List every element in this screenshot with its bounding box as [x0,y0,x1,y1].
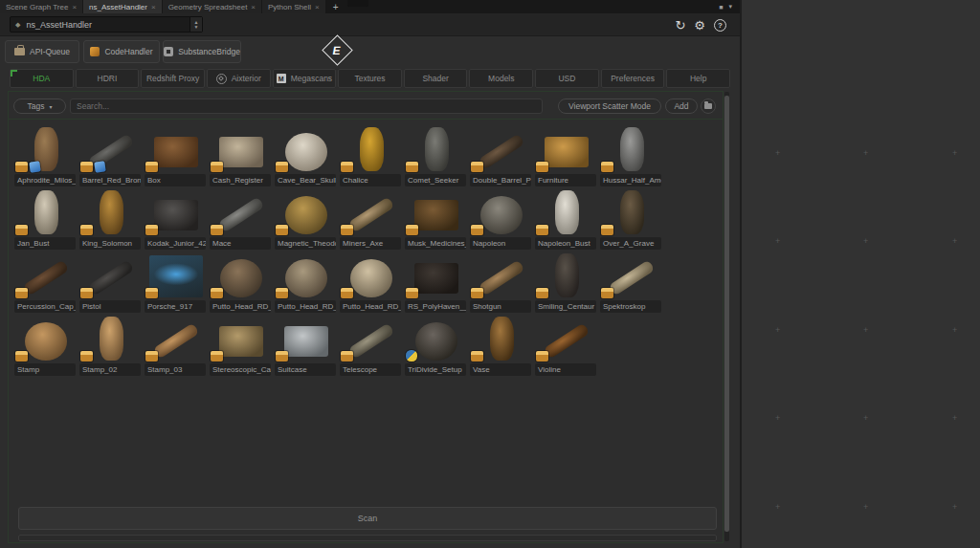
refresh-icon[interactable]: ↻ [675,19,685,32]
asset-thumbnail-image [608,259,655,296]
tags-dropdown[interactable]: Tags ▾ [13,99,66,114]
scrollbar-thumb[interactable] [724,96,729,532]
tab-hdri[interactable]: HDRI [76,69,140,88]
spinner-down-icon[interactable]: ▼ [194,25,199,30]
asset-badges [536,288,548,298]
pane-menu-icon[interactable]: ▾ [728,3,732,11]
close-icon[interactable]: × [151,3,156,11]
asset-item[interactable]: Stamp [14,315,78,376]
add-button[interactable]: Add [665,99,698,114]
substancebridge-button[interactable]: SubstanceBridge [163,40,241,63]
asset-item[interactable]: Suitcase [275,315,338,376]
asset-item[interactable]: King_Solomon [79,188,143,250]
asset-item[interactable]: Percussion_Cap_Pi [14,252,78,313]
pane-tab-ns-assethandler[interactable]: ns_AssetHandler× [83,0,162,13]
pane-tabbar: Scene Graph Tree×ns_AssetHandler×Geometr… [0,0,740,13]
tab-label: Aixterior [232,74,261,83]
hda-badge-icon [145,288,158,298]
asset-item[interactable]: Comet_Seeker [405,125,468,186]
asset-item[interactable]: Violine [535,315,598,376]
tab-aixterior[interactable]: Aixterior [207,69,271,88]
library-folder-button[interactable] [701,99,716,114]
tab-usd[interactable]: USD [535,69,599,88]
hda-badge-icon [471,288,483,298]
tab-preferences[interactable]: Preferences [601,69,665,88]
asset-item[interactable]: Vase [470,315,533,376]
asset-item[interactable]: Mace [210,188,273,250]
hda-badge-icon [15,288,28,298]
close-icon[interactable]: × [72,3,77,11]
tab-textures[interactable]: Textures [338,69,402,88]
tab-label: Redshift Proxy [146,74,199,83]
help-icon[interactable]: ? [714,19,726,32]
pane-tab-geometry-spreadsheet[interactable]: Geometry Spreadsheet× [163,0,261,13]
asset-item[interactable]: Magnetic_Theodolit [275,188,338,250]
asset-item[interactable]: Smiling_Centaur [535,252,598,313]
asset-item[interactable]: Cave_Bear_Skull [275,125,338,186]
hda-badge-icon [406,162,418,172]
asset-thumbnail-image [100,190,123,234]
api-queue-button[interactable]: API-Queue [5,40,79,63]
tab-help[interactable]: Help [666,69,730,88]
asset-item[interactable]: Musk_Medicines_P [405,188,468,250]
asset-item[interactable]: Double_Barrel_Pist [470,125,533,186]
asset-item[interactable]: Box [145,125,208,186]
gear-icon[interactable]: ⚙ [694,19,705,32]
asset-item[interactable]: Miners_Axe [340,188,403,250]
tab-models[interactable]: Models [469,69,533,88]
asset-item[interactable]: Over_A_Grave [600,188,663,250]
asset-item[interactable]: Shotgun [470,252,533,313]
asset-item[interactable]: Kodak_Junior_4201 [145,188,208,250]
hda-badge-icon [341,288,353,298]
asset-item[interactable]: Stereoscopic_Cam [210,315,273,376]
asset-item[interactable]: Porsche_917 [145,252,208,313]
asset-item[interactable]: Furniture [535,125,598,186]
asset-thumbnail-image [152,322,199,359]
asset-item[interactable]: Chalice [340,125,403,186]
asset-item[interactable]: Napoleon_Bust [535,188,598,250]
asset-label: Stamp [14,363,76,376]
scan-button[interactable]: Scan [18,507,717,530]
aixterior-logo-icon [216,74,227,84]
asset-item[interactable]: TriDivide_Setup [405,315,468,376]
hda-badge-icon [406,288,418,298]
asset-item[interactable]: Pistol [79,252,143,313]
asset-thumbnail-image [154,137,198,167]
asset-item[interactable]: Hussar_Half_Amor [600,125,663,186]
tab-redshift-proxy[interactable]: Redshift Proxy [141,69,205,88]
asset-item[interactable]: Putto_Head_RD_03 [340,252,403,313]
asset-thumbnail-image [25,322,67,361]
tab-label: Models [488,74,514,83]
asset-label: Double_Barrel_Pist [470,174,531,186]
tab-megascans[interactable]: MMegascans [273,69,337,88]
node-spinner[interactable]: ▲ ▼ [189,17,202,32]
new-pane-tab-button[interactable]: + [326,0,345,13]
pane-tab-python-shell[interactable]: Python Shell× [262,0,325,13]
node-path-selector[interactable]: ◆ ns_AssetHandler ▲ ▼ [10,16,203,33]
logo-letter: E [332,44,342,55]
asset-item[interactable]: Stamp_02 [79,315,143,376]
close-icon[interactable]: × [251,3,256,11]
tab-shader[interactable]: Shader [404,69,468,88]
asset-item[interactable]: Barrel_Red_Bronze [79,125,143,186]
maximize-pane-icon[interactable]: ■ [719,4,723,11]
asset-item[interactable]: Putto_Head_RD_01 [210,252,273,313]
asset-item[interactable]: Putto_Head_RD_02 [275,252,338,313]
asset-item[interactable]: RS_PolyHaven__C [405,252,468,313]
viewport-scatter-mode-button[interactable]: Viewport Scatter Mode [558,99,661,114]
asset-item[interactable]: Stamp_03 [145,315,208,376]
asset-item[interactable]: Cash_Register [210,125,273,186]
asset-item[interactable]: Spektroskop [600,252,663,313]
asset-item[interactable]: Telescope [340,315,403,376]
material-badge-icon [94,161,105,172]
asset-label: Furniture [535,174,596,186]
asset-item[interactable]: Aphrodite_Milos_R [14,125,78,186]
tab-hda[interactable]: HDA [10,69,74,88]
search-input[interactable] [70,99,543,114]
asset-item[interactable]: Napoleon [470,188,533,250]
close-icon[interactable]: × [315,3,320,11]
pane-tab-scene-graph-tree[interactable]: Scene Graph Tree× [0,0,82,13]
codehandler-button[interactable]: CodeHandler [83,40,160,63]
wrench-icon [90,47,100,56]
asset-item[interactable]: Jan_Bust [14,188,78,250]
